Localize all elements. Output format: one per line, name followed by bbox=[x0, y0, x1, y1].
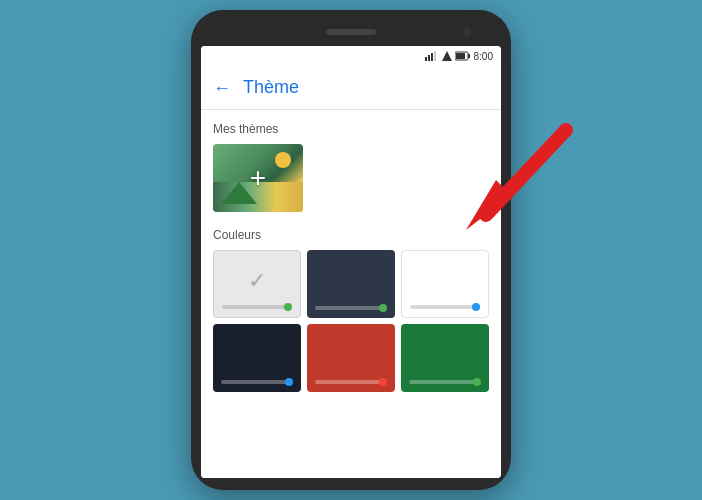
phone-speaker bbox=[326, 29, 376, 35]
phone-frame-wrapper: 8:00 ← Thème Mes thèmes + Couleurs bbox=[191, 10, 511, 490]
add-theme-card[interactable]: + bbox=[213, 144, 303, 212]
svg-rect-1 bbox=[428, 55, 430, 61]
signal-icon bbox=[425, 51, 439, 61]
card-bar-red bbox=[315, 380, 387, 384]
card-dot-blue2 bbox=[285, 378, 293, 386]
phone-frame: 8:00 ← Thème Mes thèmes + Couleurs bbox=[191, 10, 511, 490]
svg-rect-0 bbox=[425, 57, 427, 61]
my-themes-row: + bbox=[213, 144, 489, 212]
sun-decoration bbox=[275, 152, 291, 168]
theme-card-dark2[interactable] bbox=[213, 324, 301, 392]
phone-camera bbox=[463, 28, 471, 36]
colors-grid: ✓ bbox=[213, 250, 489, 392]
phone-screen: 8:00 ← Thème Mes thèmes + Couleurs bbox=[201, 46, 501, 478]
theme-card-white[interactable] bbox=[401, 250, 489, 318]
time-display: 8:00 bbox=[474, 51, 493, 62]
card-bar-dark bbox=[315, 306, 387, 310]
svg-rect-6 bbox=[468, 54, 470, 58]
app-bar: ← Thème bbox=[201, 66, 501, 110]
data-icon bbox=[442, 51, 452, 61]
add-icon: + bbox=[250, 162, 266, 194]
phone-top-bar bbox=[201, 22, 501, 42]
card-dot-green bbox=[284, 303, 292, 311]
theme-card-green[interactable] bbox=[401, 324, 489, 392]
svg-rect-3 bbox=[434, 51, 436, 61]
card-dot-blue bbox=[472, 303, 480, 311]
status-bar: 8:00 bbox=[201, 46, 501, 66]
my-themes-label: Mes thèmes bbox=[213, 122, 489, 136]
page-title: Thème bbox=[243, 77, 299, 98]
content-area: Mes thèmes + Couleurs ✓ bbox=[201, 110, 501, 478]
theme-card-dark[interactable] bbox=[307, 250, 395, 318]
svg-rect-2 bbox=[431, 53, 433, 61]
card-bar-green bbox=[409, 380, 481, 384]
svg-rect-7 bbox=[456, 53, 465, 59]
card-dot-green2 bbox=[379, 304, 387, 312]
battery-icon bbox=[455, 51, 471, 61]
svg-marker-4 bbox=[442, 51, 452, 61]
card-dot-red bbox=[379, 378, 387, 386]
colors-label: Couleurs bbox=[213, 228, 489, 242]
card-bar-light bbox=[222, 305, 292, 309]
status-icons: 8:00 bbox=[425, 51, 493, 62]
theme-card-light[interactable]: ✓ bbox=[213, 250, 301, 318]
check-icon: ✓ bbox=[248, 268, 266, 294]
theme-card-red[interactable] bbox=[307, 324, 395, 392]
card-dot-green3 bbox=[473, 378, 481, 386]
back-button[interactable]: ← bbox=[213, 79, 231, 97]
card-bar-dark2 bbox=[221, 380, 293, 384]
card-bar-white bbox=[410, 305, 480, 309]
